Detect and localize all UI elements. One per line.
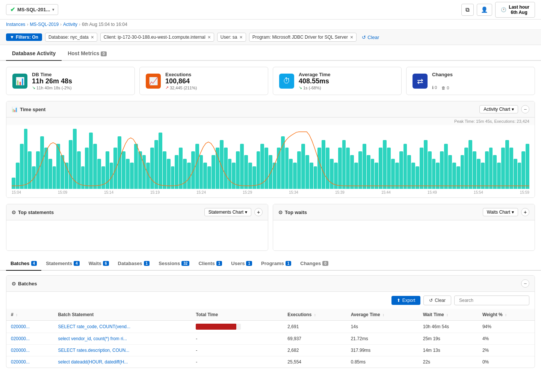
batch-id-link[interactable]: 020000... <box>11 359 30 365</box>
cell-avg-time: 21.72ms <box>346 333 419 345</box>
export-icon: ⬆ <box>397 298 400 303</box>
tab-databases[interactable]: Databases 1 <box>113 257 154 271</box>
filter-close-db[interactable]: × <box>91 34 94 40</box>
chart-bar <box>110 163 113 189</box>
minus-icon-batches: − <box>524 280 527 286</box>
cell-wait-time: 22s <box>419 356 478 368</box>
table-row: 020000...SELECT rates.description, COUN.… <box>6 345 535 356</box>
tab-database-activity[interactable]: Database Activity <box>6 47 62 61</box>
cell-executions: 2,691 <box>283 321 346 333</box>
tab-changes[interactable]: Changes 0 <box>296 257 332 271</box>
last-hour-label: Last hour 6th Aug <box>509 5 529 15</box>
time-spent-header: 📊 Time spent Activity Chart ▾ − <box>6 101 535 118</box>
time-range-button[interactable]: 🕐 Last hour 6th Aug <box>495 2 535 18</box>
batch-statement-link[interactable]: select dateadd(HOUR, datediff(H... <box>58 359 128 365</box>
filter-tag-program: Program: Microsoft JDBC Driver for SQL S… <box>249 33 357 42</box>
chart-bar <box>509 148 513 189</box>
statements-chart-dropdown[interactable]: Statements Chart ▾ <box>204 208 251 216</box>
chart-bar <box>134 144 138 189</box>
chart-bar <box>526 144 529 189</box>
batch-id-link[interactable]: 020000... <box>11 324 30 329</box>
cell-statement: SELECT rates.description, COUN... <box>53 345 191 356</box>
breadcrumb-activity[interactable]: Activity <box>63 22 77 27</box>
filters-on-badge: ▼ Filters: On <box>6 33 42 41</box>
header-right: ⧉ 👤 🕐 Last hour 6th Aug <box>461 2 535 18</box>
add-waits-chart-button[interactable]: + <box>521 208 529 216</box>
filter-close-program[interactable]: × <box>350 34 353 40</box>
batches-badge: 4 <box>31 261 37 266</box>
db-time-trend: ↘ <box>32 85 35 90</box>
filter-icon: ▼ <box>10 35 14 40</box>
tab-programs[interactable]: Programs 1 <box>257 257 296 271</box>
chart-bar <box>350 155 354 189</box>
col-executions: Executions ↕ <box>283 309 346 321</box>
chart-bar <box>179 148 183 189</box>
chart-bar <box>106 151 109 189</box>
tab-users[interactable]: Users 1 <box>227 257 257 271</box>
batch-id-link[interactable]: 020000... <box>11 336 30 341</box>
filter-tag-client: Client: ip-172-30-0-188.eu-west-1.comput… <box>100 33 214 42</box>
breadcrumb-instances[interactable]: Instances <box>6 22 25 27</box>
batches-search-input[interactable] <box>454 296 529 305</box>
chart-bar <box>489 148 493 189</box>
chart-bar <box>293 163 297 189</box>
chart-bar <box>69 140 73 189</box>
collapse-batches-button[interactable]: − <box>521 279 529 288</box>
cell-avg-time: 317.99ms <box>346 345 419 356</box>
top-statements-header: ⊙ Top statements Statements Chart ▾ + <box>6 204 268 220</box>
filter-close-client[interactable]: × <box>208 34 211 40</box>
chart-bar <box>432 159 436 189</box>
statements-icon: ⊙ <box>12 210 16 215</box>
chart-bar <box>521 151 525 189</box>
waits-chart-dropdown[interactable]: Waits Chart ▾ <box>483 208 518 216</box>
filter-close-user[interactable]: × <box>240 34 243 40</box>
tab-statements[interactable]: Statements 4 <box>41 257 84 271</box>
batch-id-link[interactable]: 020000... <box>11 348 30 353</box>
chart-bar <box>138 151 142 189</box>
filters-clear-button[interactable]: ↺ Clear <box>360 33 381 41</box>
tab-batches[interactable]: Batches 4 <box>6 257 41 271</box>
tab-clients[interactable]: Clients 1 <box>194 257 227 271</box>
filter-tag-user: User: sa × <box>217 33 246 42</box>
waits-chart-area <box>273 220 535 250</box>
activity-chart-dropdown[interactable]: Activity Chart ▾ <box>479 105 518 113</box>
chart-bar <box>65 163 68 189</box>
chart-bar <box>97 159 101 189</box>
copy-button[interactable]: ⧉ <box>461 4 474 16</box>
chart-bar <box>464 148 468 189</box>
batches-table: # ↕ Batch Statement Total Time Execution… <box>6 309 535 368</box>
batch-statement-link[interactable]: SELECT rates.description, COUN... <box>58 348 129 353</box>
cell-total-time: - <box>191 356 283 368</box>
batches-header: ⊙ Batches − <box>6 276 535 292</box>
table-row: 020000...select vendor_id, count(*) from… <box>6 333 535 345</box>
chart-bar <box>159 133 162 189</box>
chart-bar <box>424 140 428 189</box>
tab-host-metrics[interactable]: Host Metrics 0 <box>62 47 112 61</box>
chart-bar <box>101 166 105 189</box>
cell-executions: 25,554 <box>283 356 346 368</box>
instance-selector[interactable]: ✔ MS-SQL-201... ▾ <box>6 4 58 15</box>
chart-bar <box>154 140 158 189</box>
breadcrumb-sep-2: › <box>60 22 62 27</box>
metric-changes-content: Changes ℹ 0 🗑 0 <box>432 72 453 90</box>
export-button[interactable]: ⬆ Export <box>391 296 421 305</box>
tab-waits[interactable]: Waits 6 <box>84 257 113 271</box>
chart-bar <box>416 166 419 189</box>
chart-bar <box>212 155 215 189</box>
breadcrumb-instance-link[interactable]: MS-SQL-2019 <box>30 22 59 27</box>
metric-executions-content: Executions 100,864 ↗32,445 (211%) <box>165 72 197 90</box>
tab-sessions[interactable]: Sessions 32 <box>154 257 194 271</box>
user-icon: 👤 <box>481 6 488 13</box>
collapse-time-spent-button[interactable]: − <box>521 105 529 113</box>
add-statements-chart-button[interactable]: + <box>254 208 263 216</box>
chart-bar <box>216 148 219 189</box>
batch-statement-link[interactable]: select vendor_id, count(*) from ri... <box>58 336 127 341</box>
user-button[interactable]: 👤 <box>477 4 492 16</box>
cell-weight: 2% <box>478 345 535 356</box>
cell-executions: 69,937 <box>283 333 346 345</box>
chart-bar <box>289 159 293 189</box>
batches-clear-button[interactable]: ↺ Clear <box>423 296 451 305</box>
batch-statement-link[interactable]: SELECT rate_code, COUNT(vend... <box>58 324 130 329</box>
table-row: 020000...SELECT rate_code, COUNT(vend...… <box>6 321 535 333</box>
chart-bar <box>428 151 432 189</box>
